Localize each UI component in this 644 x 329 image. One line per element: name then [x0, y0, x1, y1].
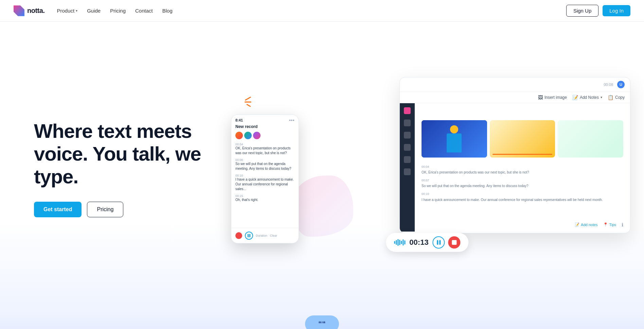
- nav-pricing[interactable]: Pricing: [110, 8, 126, 14]
- nav-blog[interactable]: Blog: [162, 8, 173, 14]
- quote-bubble: ““: [305, 315, 339, 329]
- mockup-header: 00:08 U: [400, 77, 630, 92]
- mobile-labels: Duration Clear: [256, 234, 277, 237]
- mobile-line-2: 00:06 So we will put that on the agenda …: [235, 158, 294, 171]
- mobile-avatar-3: [253, 132, 261, 139]
- spark-decoration: [245, 94, 262, 111]
- copy-btn[interactable]: 📋 Copy: [608, 95, 625, 100]
- wave-bar-3: [397, 239, 398, 246]
- logo[interactable]: notta.: [14, 5, 44, 16]
- transcript-entry-2: 00:07 So we will put that on the agenda …: [422, 178, 623, 189]
- nav-guide[interactable]: Guide: [87, 8, 101, 14]
- sidebar-item-5[interactable]: [404, 156, 411, 163]
- signup-button[interactable]: Sign Up: [566, 5, 598, 17]
- chevron-down-icon: ▾: [76, 9, 77, 13]
- nav-contact[interactable]: Contact: [135, 8, 153, 14]
- mockup-image-3: [558, 120, 623, 158]
- wave-bar-4: [399, 240, 400, 245]
- wave-bar-1: [394, 241, 395, 244]
- quote-marks: ““: [318, 319, 326, 328]
- mobile-mockup: 8:41 ●●● New record 00:04 OK, Erica's pr…: [231, 114, 299, 243]
- mockup-image-1: [422, 120, 487, 158]
- nav-links: Product ▾ Guide Pricing Contact Blog: [57, 8, 172, 14]
- transcript-entry-3: 00:10 I have a quick announcement to mak…: [422, 191, 623, 202]
- get-started-button[interactable]: Get started: [34, 202, 82, 217]
- tips-icon: 📍: [603, 222, 608, 227]
- login-button[interactable]: Log In: [603, 5, 630, 16]
- mockup-image-2: [490, 120, 555, 158]
- pause-button[interactable]: [433, 236, 445, 249]
- hero-right: 00:08 U 🖼 Insert image 📝 Add Notes ▾ 📋 C…: [224, 67, 630, 271]
- transcript-area: 00:04 OK, Erica's presentation on produc…: [422, 164, 623, 205]
- pricing-button[interactable]: Pricing: [87, 202, 123, 217]
- add-notes-btn[interactable]: 📝 Add Notes ▾: [572, 95, 602, 100]
- hero-title: Where text meets voice. You talk, we typ…: [34, 120, 211, 188]
- hero-section: Where text meets voice. You talk, we typ…: [0, 22, 644, 309]
- recording-indicator: 00:13: [386, 233, 468, 252]
- mockup-toolbar: 🖼 Insert image 📝 Add Notes ▾ 📋 Copy: [400, 92, 630, 103]
- wave-bar-6: [402, 239, 404, 245]
- chevron-down-icon: ▾: [601, 95, 602, 99]
- wave-bar-5: [401, 241, 402, 244]
- spark-line-1: [245, 96, 251, 101]
- notes-icon-small: 📝: [575, 222, 579, 227]
- avatar: U: [617, 81, 625, 88]
- mockup-sidebar: [400, 103, 415, 232]
- sidebar-item-1[interactable]: [404, 107, 411, 114]
- hero-left: Where text meets voice. You talk, we typ…: [34, 120, 211, 217]
- mobile-line-1: 00:04 OK, Erica's presentation on produc…: [235, 143, 294, 156]
- logo-icon: [14, 5, 24, 16]
- spark-line-3: [246, 104, 251, 107]
- mobile-transcript: 00:04 OK, Erica's presentation on produc…: [231, 143, 299, 202]
- mobile-avatars: [231, 132, 299, 143]
- mobile-record-button[interactable]: [235, 232, 242, 239]
- mobile-avatar-2: [244, 132, 252, 139]
- mobile-line-3: 00:10 I have a quick announcement to mak…: [235, 174, 294, 191]
- pause-icon: [248, 234, 250, 237]
- mockup-body: 00:04 OK, Erica's presentation on produc…: [400, 103, 630, 232]
- mockup-time: 00:08: [604, 83, 613, 87]
- navbar-left: notta. Product ▾ Guide Pricing Contact B…: [14, 5, 173, 16]
- waveform: [394, 239, 405, 246]
- navbar: notta. Product ▾ Guide Pricing Contact B…: [0, 0, 644, 22]
- mobile-line-4: 00:15 Oh, that's right.: [235, 194, 294, 202]
- mockup-image-grid: [422, 120, 623, 158]
- sidebar-item-6[interactable]: [404, 168, 411, 175]
- mobile-header: 8:41 ●●●: [231, 115, 299, 124]
- spark-lines: [245, 94, 262, 111]
- wave-bar-7: [404, 240, 405, 244]
- wave-bar-2: [396, 240, 397, 245]
- logo-text: notta.: [27, 7, 44, 15]
- hero-buttons: Get started Pricing: [34, 202, 211, 217]
- mobile-status: ●●●: [289, 118, 294, 122]
- mobile-pause-button[interactable]: [245, 232, 253, 240]
- add-notes-link[interactable]: 📝 Add notes: [575, 222, 598, 227]
- nav-product[interactable]: Product ▾: [57, 8, 77, 14]
- recording-time: 00:13: [409, 238, 428, 247]
- desktop-mockup: 00:08 U 🖼 Insert image 📝 Add Notes ▾ 📋 C…: [399, 77, 630, 233]
- image-icon: 🖼: [538, 95, 543, 100]
- bottom-section: ““: [0, 309, 644, 329]
- sidebar-item-2[interactable]: [404, 120, 411, 126]
- sidebar-item-3[interactable]: [404, 132, 411, 139]
- mobile-title: New record: [231, 124, 299, 132]
- mobile-avatar-1: [235, 132, 243, 139]
- stop-button[interactable]: [448, 236, 461, 249]
- insert-image-btn[interactable]: 🖼 Insert image: [538, 95, 567, 100]
- mockup-footer-row: 📝 Add notes 📍 Tips ℹ: [422, 222, 623, 227]
- transcript-entry-1: 00:04 OK, Erica's presentation on produc…: [422, 164, 623, 175]
- stop-icon: [452, 240, 457, 245]
- info-icon: ℹ: [622, 222, 623, 227]
- spark-line-2: [245, 102, 251, 103]
- tips-link[interactable]: 📍 Tips: [603, 222, 616, 227]
- notes-icon: 📝: [572, 95, 578, 100]
- mockup-content: 00:04 OK, Erica's presentation on produc…: [415, 103, 630, 232]
- navbar-right: Sign Up Log In: [566, 5, 630, 17]
- mobile-record-bar: Duration Clear: [231, 228, 299, 243]
- pink-blob-decoration: [292, 176, 353, 237]
- sidebar-item-4[interactable]: [404, 144, 411, 151]
- pause-icon: [437, 240, 441, 245]
- recording-controls: [433, 236, 461, 249]
- copy-icon: 📋: [608, 95, 613, 100]
